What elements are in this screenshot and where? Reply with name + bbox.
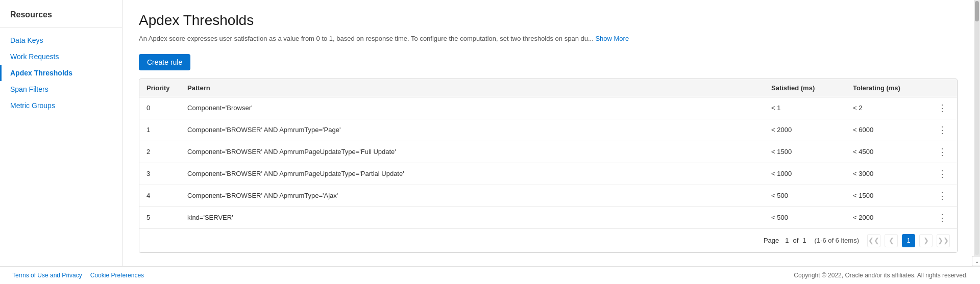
row-actions-menu-5[interactable]: ⋮: [935, 212, 950, 223]
total-pages: 1: [802, 237, 806, 244]
sidebar-item-work-requests[interactable]: Work Requests: [0, 48, 122, 65]
cell-actions: ⋮: [927, 119, 957, 141]
cell-actions: ⋮: [927, 163, 957, 185]
sidebar-title: Resources: [0, 10, 122, 28]
page-1-btn[interactable]: 1: [902, 234, 915, 247]
next-page-btn[interactable]: ❯: [919, 234, 933, 247]
cell-priority: 0: [139, 97, 180, 119]
cell-tolerating: < 4500: [846, 141, 927, 163]
cell-satisfied: < 1500: [764, 141, 846, 163]
cell-satisfied: < 1000: [764, 163, 846, 185]
table-row: 3 Component='BROWSER' AND ApmrumPageUpda…: [139, 163, 957, 185]
sidebar-item-apdex-thresholds[interactable]: Apdex Thresholds: [0, 65, 122, 81]
cell-pattern: Component='BROWSER' AND ApmrumPageUpdate…: [180, 141, 764, 163]
row-actions-menu-1[interactable]: ⋮: [935, 124, 950, 136]
table-row: 5 kind='SERVER' < 500 < 2000 ⋮: [139, 206, 957, 228]
scrollbar-thumb[interactable]: [975, 1, 979, 21]
cell-satisfied: < 500: [764, 185, 846, 206]
cell-priority: 2: [139, 141, 180, 163]
thresholds-table: Priority Pattern Satisfied (ms) Tolerati…: [139, 79, 957, 228]
sidebar-item-metric-groups[interactable]: Metric Groups: [0, 97, 122, 114]
row-actions-menu-2[interactable]: ⋮: [935, 146, 950, 158]
sidebar-item-data-keys[interactable]: Data Keys: [0, 32, 122, 48]
right-scrollbar: ⌄: [974, 0, 980, 266]
cell-tolerating: < 2: [846, 97, 927, 119]
footer: Terms of Use and Privacy Cookie Preferen…: [0, 266, 980, 284]
sidebar-item-span-filters[interactable]: Span Filters: [0, 81, 122, 97]
table-row: 4 Component='BROWSER' AND ApmrumType='Aj…: [139, 185, 957, 206]
main-content: Apdex Thresholds An Apdex score expresse…: [122, 0, 974, 266]
cell-satisfied: < 2000: [764, 119, 846, 141]
row-actions-menu-0[interactable]: ⋮: [935, 102, 950, 114]
prev-page-btn[interactable]: ❮: [885, 234, 898, 247]
pagination-row: Page 1 of 1 (1-6 of 6 items) ❮❮ ❮ 1 ❯ ❯❯: [139, 228, 957, 252]
table-row: 1 Component='BROWSER' AND ApmrumType='Pa…: [139, 119, 957, 141]
cell-priority: 1: [139, 119, 180, 141]
row-actions-menu-4[interactable]: ⋮: [935, 190, 950, 201]
cell-pattern: Component='BROWSER' AND ApmrumType='Page…: [180, 119, 764, 141]
table-row: 0 Component='Browser' < 1 < 2 ⋮: [139, 97, 957, 119]
cell-pattern: Component='BROWSER' AND ApmrumPageUpdate…: [180, 163, 764, 185]
col-header-actions: [927, 79, 957, 97]
col-header-pattern: Pattern: [180, 79, 764, 97]
thresholds-table-container: Priority Pattern Satisfied (ms) Tolerati…: [139, 79, 958, 253]
cell-tolerating: < 6000: [846, 119, 927, 141]
page-description: An Apdex score expresses user satisfacti…: [139, 34, 958, 44]
current-page: 1: [785, 237, 789, 244]
terms-link[interactable]: Terms of Use and Privacy: [12, 272, 82, 279]
page-label: Page: [764, 237, 779, 244]
create-rule-button[interactable]: Create rule: [139, 54, 190, 70]
footer-links: Terms of Use and Privacy Cookie Preferen…: [12, 272, 144, 279]
cell-actions: ⋮: [927, 185, 957, 206]
row-actions-menu-3[interactable]: ⋮: [935, 168, 950, 179]
cell-pattern: Component='BROWSER' AND ApmrumType='Ajax…: [180, 185, 764, 206]
cell-pattern: kind='SERVER': [180, 206, 764, 228]
first-page-btn[interactable]: ❮❮: [867, 234, 880, 247]
show-more-link[interactable]: Show More: [595, 35, 629, 42]
cell-satisfied: < 500: [764, 206, 846, 228]
cell-tolerating: < 3000: [846, 163, 927, 185]
table-body: 0 Component='Browser' < 1 < 2 ⋮ 1 Compon…: [139, 97, 957, 228]
sidebar: Resources Data Keys Work Requests Apdex …: [0, 0, 122, 266]
cell-tolerating: < 1500: [846, 185, 927, 206]
cell-actions: ⋮: [927, 97, 957, 119]
col-header-satisfied: Satisfied (ms): [764, 79, 846, 97]
col-header-tolerating: Tolerating (ms): [846, 79, 927, 97]
description-text: An Apdex score expresses user satisfacti…: [139, 35, 594, 42]
table-row: 2 Component='BROWSER' AND ApmrumPageUpda…: [139, 141, 957, 163]
cell-priority: 4: [139, 185, 180, 206]
page-title: Apdex Thresholds: [139, 12, 958, 29]
cell-actions: ⋮: [927, 206, 957, 228]
cell-actions: ⋮: [927, 141, 957, 163]
copyright-text: Copyright © 2022, Oracle and/or its affi…: [794, 272, 968, 279]
last-page-btn[interactable]: ❯❯: [937, 234, 950, 247]
scrollbar-track: [975, 1, 979, 255]
items-info: (1-6 of 6 items): [815, 237, 859, 244]
cookies-link[interactable]: Cookie Preferences: [90, 272, 144, 279]
cell-tolerating: < 2000: [846, 206, 927, 228]
col-header-priority: Priority: [139, 79, 180, 97]
cell-priority: 3: [139, 163, 180, 185]
table-header-row: Priority Pattern Satisfied (ms) Tolerati…: [139, 79, 957, 97]
cell-satisfied: < 1: [764, 97, 846, 119]
of-label: of: [793, 237, 799, 244]
cell-priority: 5: [139, 206, 180, 228]
cell-pattern: Component='Browser': [180, 97, 764, 119]
